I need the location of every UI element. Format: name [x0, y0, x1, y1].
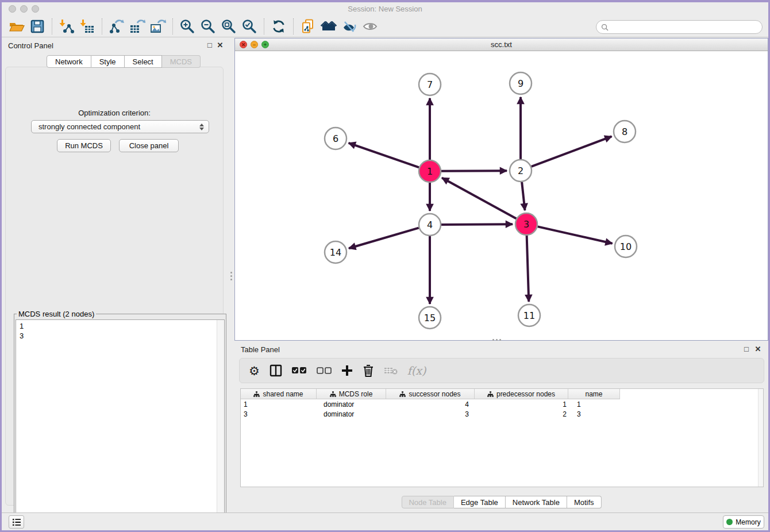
graph-node-label: 15	[424, 313, 436, 323]
dropdown-stepper-icon	[199, 124, 204, 130]
table-cell[interactable]: 1	[475, 399, 568, 409]
table-scrollbar[interactable]	[758, 389, 763, 487]
status-bar: Memory	[2, 512, 768, 530]
control-panel-tabs: NetworkStyleSelectMCDS	[47, 55, 201, 68]
import-table-icon[interactable]	[77, 18, 98, 35]
tree-icon	[399, 391, 406, 397]
table-header-row: shared nameMCDS rolesuccessor nodesprede…	[241, 389, 620, 399]
graph-node-label: 10	[620, 241, 632, 252]
graph-edge-2-8[interactable]	[532, 136, 612, 167]
table-panel-header: Table Panel □ ✕	[234, 342, 768, 357]
import-network-icon[interactable]	[56, 18, 77, 35]
add-row-icon[interactable]	[341, 362, 353, 379]
graph-edge-1-2[interactable]	[441, 171, 507, 171]
tab-select[interactable]: Select	[125, 55, 162, 68]
column-header-name[interactable]: name	[568, 389, 620, 399]
main-toolbar	[2, 16, 768, 37]
table-settings-icon[interactable]: ⚙	[249, 362, 260, 379]
function-builder-icon[interactable]: f(x)	[407, 362, 426, 379]
column-view-icon[interactable]	[270, 362, 282, 379]
table-cell[interactable]: 3	[568, 409, 620, 419]
toolbar-search[interactable]	[596, 20, 763, 34]
table-cell[interactable]: 3	[386, 409, 475, 419]
control-panel-title: Control Panel	[8, 41, 53, 50]
toggle-graphics-details-icon[interactable]	[339, 18, 360, 35]
control-panel: Control Panel □ ✕ NetworkStyleSelectMCDS…	[2, 38, 228, 512]
tab-node-table[interactable]: Node Table	[401, 496, 454, 508]
run-mcds-button[interactable]: Run MCDS	[57, 139, 111, 152]
table-cell[interactable]: 1	[241, 399, 317, 409]
column-header-MCDS-role[interactable]: MCDS role	[317, 389, 386, 399]
graph-node-label: 8	[622, 126, 627, 137]
delete-column-icon[interactable]	[384, 362, 398, 379]
zoom-in-icon[interactable]	[177, 18, 198, 35]
network-canvas[interactable]: 1234678910111415	[235, 51, 768, 340]
save-session-icon[interactable]	[27, 18, 48, 35]
table-row[interactable]: 3dominator323	[241, 409, 763, 419]
zoom-selected-icon[interactable]	[239, 18, 260, 35]
table-cell[interactable]: 3	[241, 409, 317, 419]
tab-edge-table[interactable]: Edge Table	[454, 496, 506, 508]
column-header-predecessor-nodes[interactable]: predecessor nodes	[475, 389, 568, 399]
deselect-all-icon[interactable]	[317, 362, 332, 379]
home-icon[interactable]	[318, 18, 339, 35]
toolbar-separator	[264, 18, 264, 34]
table-panel-title: Table Panel	[241, 345, 280, 354]
graph-edge-2-3[interactable]	[522, 182, 525, 210]
float-panel-icon[interactable]: □	[205, 41, 214, 49]
mcds-result-box: MCDS result (2 nodes) 1 3	[14, 310, 226, 532]
refresh-icon[interactable]	[268, 18, 289, 35]
table-cell[interactable]: dominator	[317, 409, 386, 419]
graph-edge-3-1[interactable]	[442, 178, 516, 219]
tab-mcds[interactable]: MCDS	[162, 55, 201, 68]
export-image-icon[interactable]	[148, 18, 168, 35]
table-cell[interactable]: 4	[386, 399, 475, 409]
app-title-bar: Session: New Session	[2, 2, 768, 16]
result-scrollbar[interactable]	[217, 320, 224, 530]
mcds-result-area[interactable]: 1 3	[16, 319, 225, 531]
graph-edge-4-3[interactable]	[441, 224, 513, 225]
tab-network[interactable]: Network	[47, 55, 91, 68]
tab-motifs[interactable]: Motifs	[567, 496, 602, 508]
export-network-icon[interactable]	[106, 18, 127, 35]
network-frame-titlebar[interactable]: ✕ − + scc.txt	[235, 38, 768, 51]
close-panel-icon[interactable]: ✕	[215, 41, 225, 49]
tab-network-table[interactable]: Network Table	[506, 496, 567, 508]
graph-node-label: 3	[523, 219, 529, 230]
select-all-icon[interactable]	[292, 362, 307, 379]
optimization-criterion-select[interactable]: strongly connected component	[31, 120, 209, 133]
zoom-out-icon[interactable]	[198, 18, 218, 35]
graph-node-label: 2	[518, 165, 523, 176]
copy-network-document-icon[interactable]	[298, 18, 318, 35]
table-cell[interactable]: 2	[475, 409, 568, 419]
graph-edge-3-10[interactable]	[538, 226, 613, 243]
delete-icon[interactable]	[363, 362, 374, 379]
node-table: shared nameMCDS rolesuccessor nodesprede…	[240, 388, 764, 487]
close-table-panel-icon[interactable]: ✕	[753, 345, 763, 353]
optimization-criterion-label: Optimization criterion:	[6, 109, 223, 117]
search-input[interactable]	[611, 22, 762, 32]
close-panel-button[interactable]: Close panel	[119, 139, 179, 152]
graph-edge-1-6[interactable]	[349, 143, 419, 168]
vertical-splitter-handle[interactable]	[229, 269, 233, 283]
eye-icon[interactable]	[360, 18, 380, 35]
memory-status-dot	[726, 519, 733, 525]
export-table-icon[interactable]	[127, 18, 148, 35]
column-header-shared-name[interactable]: shared name	[241, 389, 317, 399]
table-cell[interactable]: dominator	[317, 399, 386, 409]
table-cell[interactable]: 1	[568, 399, 620, 409]
table-panel-tabs: Node TableEdge TableNetwork TableMotifs	[401, 496, 601, 508]
zoom-fit-icon[interactable]	[218, 18, 239, 35]
graph-edge-4-14[interactable]	[349, 228, 419, 249]
tab-style[interactable]: Style	[91, 55, 125, 68]
float-table-panel-icon[interactable]: □	[742, 345, 751, 353]
memory-label: Memory	[736, 518, 760, 526]
toolbar-separator	[293, 18, 294, 34]
task-history-button[interactable]	[9, 515, 24, 529]
horizontal-splitter-handle[interactable]	[490, 338, 503, 341]
column-header-successor-nodes[interactable]: successor nodes	[386, 389, 475, 399]
table-row[interactable]: 1dominator411	[241, 399, 763, 409]
memory-button[interactable]: Memory	[723, 515, 764, 529]
graph-edge-3-11[interactable]	[527, 236, 529, 302]
open-session-icon[interactable]	[6, 18, 27, 35]
